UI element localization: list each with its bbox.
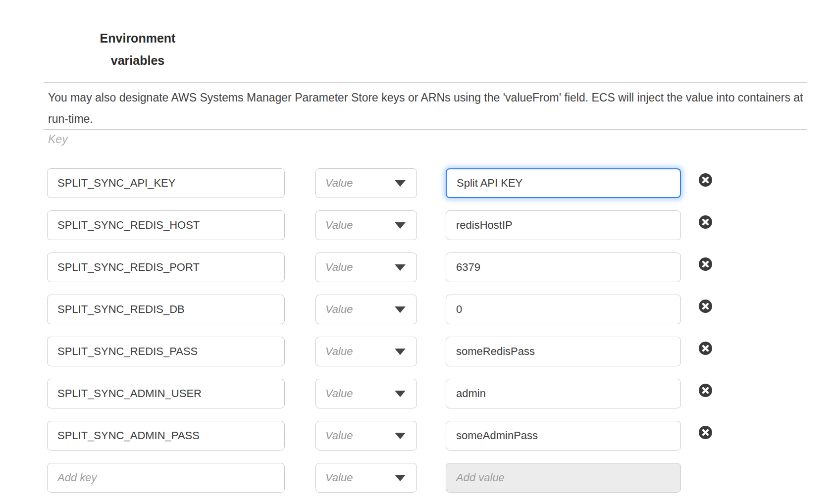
chevron-down-icon [395,475,406,481]
env-variable-row: Value [47,379,712,408]
value-type-select[interactable]: Value [315,463,417,493]
chevron-down-icon [395,180,406,187]
value-type-label: Value [325,387,353,400]
x-circle-icon [699,384,712,397]
x-circle-icon [699,257,712,271]
env-key-input[interactable] [47,337,285,366]
value-type-select[interactable]: Value [315,421,417,451]
chevron-down-icon [395,306,406,313]
remove-variable-button[interactable] [699,173,712,187]
env-key-input[interactable] [47,295,285,324]
add-key-input[interactable] [47,463,285,493]
value-type-label: Value [325,219,353,232]
value-type-label: Value [325,261,353,274]
value-type-label: Value [325,345,353,358]
add-value-input[interactable] [446,463,681,493]
x-circle-icon [699,426,712,439]
add-variable-row: Value [47,463,712,493]
env-value-input[interactable] [446,379,681,408]
chevron-down-icon [395,264,406,271]
remove-variable-button[interactable] [699,384,712,397]
env-value-input[interactable] [446,210,681,240]
env-variable-row: Value [47,168,712,198]
remove-variable-button[interactable] [699,300,712,313]
value-type-select[interactable]: Value [315,295,417,324]
env-variable-row: Value [47,421,712,451]
value-type-select[interactable]: Value [315,168,417,198]
value-type-label: Value [325,429,353,442]
env-key-input[interactable] [47,168,285,198]
x-circle-icon [699,173,712,187]
env-variable-row: Value [47,295,712,324]
value-type-select[interactable]: Value [315,379,417,408]
value-type-label: Value [325,471,353,484]
divider-top [44,82,807,83]
value-type-label: Value [325,303,353,316]
env-key-input[interactable] [47,421,285,451]
remove-variable-button[interactable] [699,342,712,355]
remove-variable-button[interactable] [699,215,712,229]
x-circle-icon [699,300,712,313]
section-label: Environment variables [91,27,185,72]
divider-bottom [44,129,807,130]
x-circle-icon [699,215,712,229]
env-variable-row: Value [47,337,712,366]
help-text: You may also designate AWS Systems Manag… [48,87,807,130]
env-value-input[interactable] [446,421,681,451]
env-variable-row: Value [47,210,712,240]
env-value-input[interactable] [446,295,681,324]
value-type-select[interactable]: Value [315,252,417,282]
chevron-down-icon [395,222,406,229]
value-type-select[interactable]: Value [315,337,417,366]
x-circle-icon [699,342,712,355]
key-column-header: Key [48,133,68,146]
env-key-input[interactable] [47,379,285,408]
remove-variable-button[interactable] [699,426,712,439]
remove-variable-button[interactable] [699,257,712,271]
env-value-input[interactable] [446,252,681,282]
env-variable-row: Value [47,252,712,282]
chevron-down-icon [395,349,406,355]
env-key-input[interactable] [47,210,285,240]
value-type-label: Value [325,177,353,190]
chevron-down-icon [395,391,406,397]
env-key-input[interactable] [47,252,285,282]
chevron-down-icon [395,433,406,439]
env-value-input[interactable] [446,168,681,198]
value-type-select[interactable]: Value [315,210,417,240]
env-rows: Value Value Value [47,168,712,504]
env-value-input[interactable] [446,337,681,366]
environment-variables-section: Environment variables You may also desig… [0,0,831,504]
